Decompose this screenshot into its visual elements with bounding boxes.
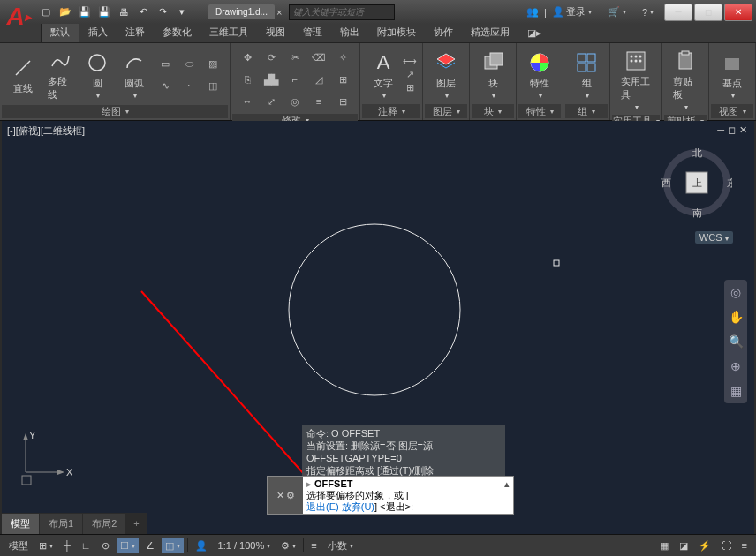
wcs-badge[interactable]: WCS ▾ bbox=[695, 231, 733, 244]
align-icon[interactable]: ≡ bbox=[307, 91, 330, 112]
viewcube[interactable]: 北 南 东 西 上 bbox=[662, 147, 732, 218]
properties-button[interactable]: 特性▾ bbox=[522, 49, 557, 101]
polyline-button[interactable]: 多段线 bbox=[42, 47, 78, 103]
otrack-icon[interactable]: ∠ bbox=[142, 538, 158, 553]
tab-addins[interactable]: 附加模块 bbox=[368, 22, 425, 42]
hatch-icon[interactable]: ▨ bbox=[201, 54, 224, 75]
layout-add-button[interactable]: + bbox=[126, 515, 146, 532]
open-icon[interactable]: 📂 bbox=[57, 4, 74, 21]
new-icon[interactable]: ▢ bbox=[37, 4, 55, 21]
quickprops-icon[interactable]: ▦ bbox=[656, 538, 672, 553]
pan-icon[interactable]: ✋ bbox=[727, 308, 745, 326]
tab-collab[interactable]: 协作 bbox=[425, 22, 462, 42]
explode-icon[interactable]: ✧ bbox=[331, 47, 354, 68]
osnap-icon[interactable]: ☐ ▾ bbox=[117, 538, 139, 553]
tab-annotate[interactable]: 注释 bbox=[117, 22, 154, 42]
array-icon[interactable]: ⊞ bbox=[331, 69, 354, 90]
region-icon[interactable]: ◫ bbox=[201, 76, 224, 97]
rotate-icon[interactable]: ⟳ bbox=[260, 47, 283, 68]
trim-icon[interactable]: ✂ bbox=[284, 47, 306, 68]
orbit-icon[interactable]: ⊕ bbox=[727, 357, 745, 375]
signin-button[interactable]: 👥|👤 登录 ▾ bbox=[521, 4, 597, 20]
layout-tab-model[interactable]: 模型 bbox=[2, 514, 39, 534]
point-icon[interactable]: ⋅ bbox=[178, 76, 200, 97]
wheel-icon[interactable]: ◎ bbox=[727, 283, 745, 301]
snap-icon[interactable]: ┼ bbox=[60, 538, 74, 552]
break-icon[interactable]: ⊟ bbox=[331, 91, 354, 112]
app-logo[interactable]: A▸ bbox=[2, 0, 35, 34]
rect-icon[interactable]: ▭ bbox=[154, 54, 177, 75]
text-button[interactable]: A文字▾ bbox=[366, 49, 401, 101]
drawing-canvas[interactable]: [-][俯视][二维线框] ─ ◻ ✕ YX 北 南 东 西 上 WCS ▾ ◎… bbox=[2, 121, 754, 534]
fillet-icon[interactable]: ⌐ bbox=[284, 69, 306, 90]
utilities-button[interactable]: 实用工具▾ bbox=[616, 47, 656, 113]
help-icon[interactable]: ?▾ bbox=[637, 5, 659, 19]
plot-icon[interactable]: 🖶 bbox=[115, 4, 132, 21]
annoscale-icon[interactable]: 👤 bbox=[192, 538, 211, 553]
zoom-icon[interactable]: 🔍 bbox=[727, 333, 745, 350]
scale-display[interactable]: 1:1 / 100% ▾ bbox=[215, 538, 275, 552]
workspace-icon[interactable]: ≡ bbox=[307, 538, 320, 552]
grid-icon[interactable]: ⊞ ▾ bbox=[35, 538, 57, 553]
offset-icon[interactable]: ◎ bbox=[284, 91, 306, 112]
ellipse-icon[interactable]: ⬭ bbox=[178, 54, 200, 75]
cmd-close-icon[interactable]: ✕ bbox=[276, 490, 284, 501]
clipboard-button[interactable]: 剪贴板▾ bbox=[668, 47, 703, 113]
spline-icon[interactable]: ∿ bbox=[154, 76, 177, 97]
cmd-expand-icon[interactable]: ▴ bbox=[504, 478, 510, 490]
table-icon[interactable]: ⊞ bbox=[403, 82, 417, 94]
tab-output[interactable]: 输出 bbox=[331, 22, 368, 42]
dim-linear-icon[interactable]: ⟷ bbox=[403, 56, 417, 67]
layout-tab-2[interactable]: 布局2 bbox=[83, 514, 125, 534]
isolate-icon[interactable]: ◪ bbox=[676, 538, 692, 553]
tab-parametric[interactable]: 参数化 bbox=[154, 22, 200, 42]
scale-icon[interactable]: ⤢ bbox=[260, 91, 283, 112]
ortho-icon[interactable]: ∟ bbox=[78, 538, 94, 552]
hardware-icon[interactable]: ⚡ bbox=[695, 538, 714, 553]
close-button[interactable]: ✕ bbox=[724, 4, 752, 21]
lwt-icon[interactable]: ◫ ▾ bbox=[162, 538, 184, 553]
chamfer-icon[interactable]: ◿ bbox=[307, 69, 330, 90]
mirror-icon[interactable]: ▟▙ bbox=[260, 69, 283, 90]
doc-tab-close-icon[interactable]: × bbox=[276, 7, 282, 18]
document-tab[interactable]: Drawing1.d... bbox=[208, 4, 275, 19]
tab-home[interactable]: 默认 bbox=[41, 21, 79, 42]
baseview-button[interactable]: 基点▾ bbox=[714, 49, 750, 101]
tab-launcher-icon[interactable]: ◪▸ bbox=[518, 24, 550, 42]
block-button[interactable]: 块▾ bbox=[475, 49, 510, 101]
arc-button[interactable]: 圆弧▾ bbox=[117, 49, 152, 101]
layers-button[interactable]: 图层▾ bbox=[428, 49, 464, 101]
move-icon[interactable]: ✥ bbox=[236, 47, 259, 68]
polar-icon[interactable]: ⊙ bbox=[98, 538, 113, 553]
tab-manage[interactable]: 管理 bbox=[294, 22, 331, 42]
circle-button[interactable]: 圆▾ bbox=[79, 49, 115, 101]
gear-icon[interactable]: ⚙ ▾ bbox=[277, 538, 299, 553]
copy-icon[interactable]: ⎘ bbox=[236, 69, 259, 90]
tab-featured[interactable]: 精选应用 bbox=[462, 22, 518, 42]
maximize-button[interactable]: ◻ bbox=[694, 4, 722, 21]
cmd-config-icon[interactable]: ⚙ bbox=[286, 490, 295, 501]
tab-view[interactable]: 视图 bbox=[257, 22, 294, 42]
line-button[interactable]: 直线 bbox=[5, 54, 41, 97]
model-toggle[interactable]: 模型 bbox=[5, 537, 32, 554]
saveas-icon[interactable]: 💾 bbox=[95, 4, 113, 21]
save-icon[interactable]: 💾 bbox=[76, 4, 94, 21]
units-label[interactable]: 小数 ▾ bbox=[324, 537, 357, 554]
redo-icon[interactable]: ↷ bbox=[154, 4, 171, 21]
tab-3dtools[interactable]: 三维工具 bbox=[200, 22, 257, 42]
cmd-handle[interactable]: ✕⚙ bbox=[268, 477, 303, 514]
exchange-icon[interactable]: 🛒▾ bbox=[602, 4, 631, 19]
erase-icon[interactable]: ⌫ bbox=[307, 47, 330, 68]
minimize-button[interactable]: ─ bbox=[664, 4, 692, 21]
qat-more-icon[interactable]: ▾ bbox=[173, 4, 191, 21]
tab-insert[interactable]: 插入 bbox=[79, 22, 117, 42]
undo-icon[interactable]: ↶ bbox=[134, 4, 152, 21]
cmd-option[interactable]: 退出(E) bbox=[306, 501, 339, 512]
group-button[interactable]: 组▾ bbox=[569, 49, 604, 101]
customize-icon[interactable]: ≡ bbox=[738, 538, 751, 552]
cleanscreen-icon[interactable]: ⛶ bbox=[718, 538, 735, 552]
showmotion-icon[interactable]: ▦ bbox=[727, 382, 745, 400]
stretch-icon[interactable]: ↔ bbox=[236, 91, 259, 112]
leader-icon[interactable]: ↗ bbox=[403, 69, 417, 80]
cmd-option[interactable]: 放弃(U) bbox=[339, 501, 374, 512]
